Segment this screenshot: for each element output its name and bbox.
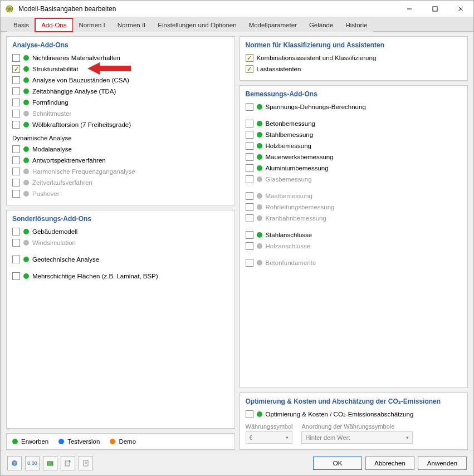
checkbox[interactable] (12, 256, 20, 263)
group-analysis-addons: Analyse-Add-Ons Nichtlineares Materialve… (6, 36, 235, 205)
status-dot-icon (257, 104, 262, 110)
option-label: Aluminiumbemessung (266, 165, 329, 171)
option-holzbemessung[interactable]: Holzbemessung (246, 140, 462, 151)
checkbox (246, 203, 253, 211)
option-kranbahnbemessung: Kranbahnbemessung (246, 213, 462, 224)
checkbox[interactable] (246, 164, 253, 172)
option-label: Optimierung & Kosten / CO₂-Emissionsabsc… (266, 410, 414, 418)
option-label: Rohrleitungsbemessung (266, 204, 335, 210)
tab-historie[interactable]: Historie (339, 18, 373, 32)
status-dot-icon (23, 240, 29, 246)
status-dot-icon (257, 154, 262, 160)
option-label: Spannungs-Dehnungs-Berechnung (266, 104, 366, 110)
option-strukturstabilität[interactable]: Strukturstabilität (12, 63, 229, 75)
status-dot-icon (257, 193, 262, 199)
checkbox[interactable] (12, 76, 20, 84)
tool-import[interactable] (61, 456, 75, 470)
checkbox[interactable] (246, 131, 253, 139)
option-lastassistenten[interactable]: Lastassistenten (246, 63, 462, 75)
option-kombinationsassistent-und-klassifizierung[interactable]: Kombinationsassistent und Klassifizierun… (246, 52, 462, 63)
minimize-button[interactable] (397, 1, 422, 17)
option-label: Zeitabhängige Analyse (TDA) (32, 88, 116, 95)
tool-export[interactable] (43, 456, 57, 470)
option-label: Analyse von Bauzuständen (CSA) (32, 77, 129, 84)
option-mehrschichtige-flächen-z-b-laminat-bsp-[interactable]: Mehrschichtige Flächen (z.B. Laminat, BS… (12, 271, 229, 282)
tool-help[interactable]: ? (7, 456, 22, 470)
option-aluminiumbemessung[interactable]: Aluminiumbemessung (246, 163, 462, 174)
tab-modellparameter[interactable]: Modellparameter (243, 18, 303, 32)
tab-normen-i[interactable]: Normen I (73, 18, 111, 32)
option-wölbkrafttorsion-7-freiheitsgrade-[interactable]: Wölbkrafttorsion (7 Freiheitsgrade) (12, 119, 229, 130)
tab-normen-ii[interactable]: Normen II (111, 18, 152, 32)
option-optimierung-kosten-co-emissionsabschätzung[interactable]: Optimierung & Kosten / CO₂-Emissionsabsc… (246, 409, 462, 420)
option-geotechnische-analyse[interactable]: Geotechnische Analyse (12, 254, 229, 265)
option-harmonische-frequenzganganalyse: Harmonische Frequenzganganalyse (12, 166, 229, 177)
legend-test: Testversion (58, 438, 100, 445)
checkbox[interactable] (246, 54, 253, 62)
arrangement-select[interactable]: Hinter dem Wert▾ (301, 431, 413, 444)
checkbox[interactable] (246, 65, 253, 73)
dot-icon (58, 439, 64, 444)
option-modalanalyse[interactable]: Modalanalyse (12, 144, 229, 155)
option-stahlbemessung[interactable]: Stahlbemessung (246, 129, 462, 140)
status-dot-icon (257, 215, 262, 221)
option-label: Mehrschichtige Flächen (z.B. Laminat, BS… (32, 273, 158, 279)
checkbox[interactable] (246, 410, 253, 418)
checkbox (246, 259, 253, 267)
option-nichtlineares-materialverhalten[interactable]: Nichtlineares Materialverhalten (12, 52, 229, 63)
status-dot-icon (23, 77, 29, 83)
status-dot-icon (257, 260, 262, 266)
checkbox[interactable] (246, 231, 253, 239)
checkbox (246, 242, 253, 250)
maximize-button[interactable] (422, 1, 448, 17)
option-label: Zeitverlaufsverfahren (32, 179, 92, 186)
checkbox[interactable] (12, 228, 20, 235)
currency-select[interactable]: €▾ (246, 431, 293, 444)
option-stahlanschlüsse[interactable]: Stahlanschlüsse (246, 229, 462, 241)
option-gebäudemodell[interactable]: Gebäudemodell (12, 226, 229, 237)
option-antwortspektrenverfahren[interactable]: Antwortspektrenverfahren (12, 155, 229, 166)
option-analyse-von-bauzuständen-csa-[interactable]: Analyse von Bauzuständen (CSA) (12, 75, 229, 86)
checkbox[interactable] (246, 142, 253, 150)
option-spannungs-dehnungs-berechnung[interactable]: Spannungs-Dehnungs-Berechnung (246, 101, 462, 112)
ok-button[interactable]: OK (313, 457, 362, 470)
option-formfindung[interactable]: Formfindung (12, 97, 229, 108)
status-dot-icon (23, 100, 29, 105)
checkbox[interactable] (12, 145, 20, 153)
apply-button[interactable]: Anwenden (418, 457, 467, 470)
cancel-button[interactable]: Abbrechen (365, 457, 414, 470)
option-label: Formfindung (32, 99, 69, 106)
window-controls (397, 1, 473, 17)
checkbox[interactable] (12, 156, 20, 164)
option-label: Mauerwerksbemessung (266, 154, 334, 160)
tab-gelände[interactable]: Gelände (303, 18, 339, 32)
option-label: Wölbkrafttorsion (7 Freiheitsgrade) (32, 121, 131, 128)
checkbox[interactable] (12, 121, 20, 129)
status-dot-icon (257, 143, 262, 149)
tool-units[interactable]: 0,00 (25, 456, 40, 470)
close-button[interactable] (448, 1, 473, 17)
checkbox[interactable] (246, 103, 253, 111)
checkbox[interactable] (12, 272, 20, 280)
checkbox[interactable] (246, 153, 253, 161)
option-betonbemessung[interactable]: Betonbemessung (246, 118, 462, 129)
group-norms: Normen für Klassifizierung und Assistent… (240, 36, 468, 81)
option-mauerwerksbemessung[interactable]: Mauerwerksbemessung (246, 151, 462, 163)
option-label: Nichtlineares Materialverhalten (32, 55, 120, 61)
checkbox[interactable] (12, 54, 20, 62)
status-dot-icon (23, 122, 29, 127)
tab-einstellungen-und-optionen[interactable]: Einstellungen und Optionen (152, 18, 242, 32)
tab-add-ons[interactable]: Add-Ons (35, 18, 72, 32)
option-mastbemessung: Mastbemessung (246, 190, 462, 202)
option-label: Gebäudemodell (32, 228, 77, 235)
tool-report[interactable] (79, 456, 93, 470)
checkbox[interactable] (12, 65, 20, 73)
status-dot-icon (23, 180, 29, 185)
checkbox (12, 168, 20, 175)
tab-basis[interactable]: Basis (7, 18, 35, 32)
checkbox[interactable] (246, 120, 253, 127)
option-zeitabhängige-analyse-tda-[interactable]: Zeitabhängige Analyse (TDA) (12, 86, 229, 97)
checkbox[interactable] (12, 87, 20, 95)
option-label: Stahlanschlüsse (266, 232, 312, 238)
checkbox[interactable] (12, 99, 20, 106)
